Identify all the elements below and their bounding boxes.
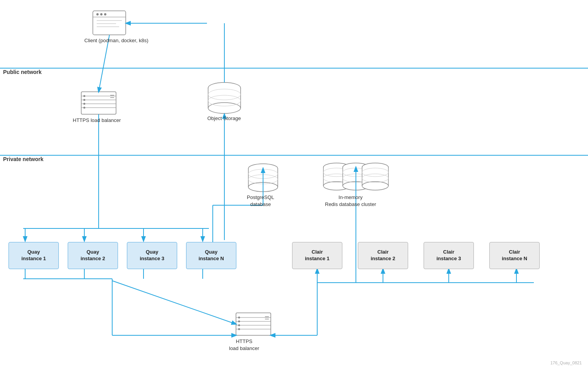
svg-point-30 [248, 182, 278, 192]
svg-point-16 [84, 107, 85, 109]
svg-rect-8 [81, 92, 116, 114]
svg-point-46 [343, 174, 369, 182]
public-network-label: Public network [3, 69, 42, 75]
quay-instance-n: Quayinstance N [186, 242, 236, 269]
svg-point-3 [100, 13, 103, 15]
svg-point-13 [84, 95, 85, 97]
https-lb1-component: HTTPS load balancer [73, 115, 121, 124]
svg-point-25 [208, 95, 241, 106]
svg-line-91 [112, 281, 236, 324]
https-lb1-label: HTTPS load balancer [73, 117, 121, 124]
svg-point-60 [238, 321, 240, 323]
clair-instance-1: Clairinstance 1 [292, 242, 342, 269]
quay-instance-2-label: Quayinstance 2 [80, 249, 105, 262]
svg-point-26 [248, 164, 278, 173]
redis-component: In-memoryRedis database cluster [325, 192, 376, 208]
object-storage-label: Object Storage [207, 115, 241, 122]
svg-point-4 [104, 13, 106, 15]
private-network-line [0, 155, 588, 156]
svg-point-31 [248, 169, 278, 178]
svg-point-2 [96, 13, 99, 15]
svg-point-51 [362, 182, 388, 190]
public-network-line [0, 68, 588, 69]
svg-point-52 [362, 168, 388, 177]
svg-rect-27 [248, 168, 278, 187]
svg-point-61 [238, 324, 240, 326]
svg-point-37 [323, 182, 350, 190]
clair-instance-2: Clairinstance 2 [358, 242, 408, 269]
svg-point-38 [323, 168, 350, 177]
quay-instance-1: Quayinstance 1 [9, 242, 59, 269]
svg-rect-34 [323, 167, 350, 186]
clair-instance-n-label: Clairinstance N [502, 249, 527, 262]
clair-instance-2-label: Clairinstance 2 [371, 249, 395, 262]
svg-point-32 [248, 175, 278, 184]
svg-point-24 [208, 89, 241, 100]
svg-rect-0 [93, 11, 126, 35]
clair-instance-3: Clairinstance 3 [424, 242, 474, 269]
svg-rect-54 [236, 313, 271, 335]
quay-instance-2: Quayinstance 2 [68, 242, 118, 269]
clair-instance-3-label: Clairinstance 3 [436, 249, 461, 262]
redis-label: In-memoryRedis database cluster [325, 194, 376, 208]
svg-point-44 [343, 182, 369, 190]
postgresql-label: PostgreSQLdatabase [247, 194, 274, 208]
svg-rect-48 [362, 167, 388, 186]
clair-instance-1-label: Clairinstance 1 [305, 249, 330, 262]
client-component: Client (podman, docker, k8s) [84, 36, 148, 44]
postgresql-component: PostgreSQLdatabase [247, 192, 274, 208]
svg-rect-20 [208, 88, 241, 108]
svg-point-14 [84, 99, 85, 101]
svg-point-39 [323, 174, 350, 182]
svg-point-53 [362, 174, 388, 182]
client-label: Client (podman, docker, k8s) [84, 37, 148, 44]
svg-point-40 [343, 163, 369, 172]
svg-point-47 [362, 163, 388, 172]
quay-instance-3: Quayinstance 3 [127, 242, 177, 269]
svg-point-59 [238, 317, 240, 319]
watermark: 176_Quay_0821 [550, 360, 582, 365]
quay-instance-3-label: Quayinstance 3 [140, 249, 164, 262]
svg-point-62 [238, 328, 240, 330]
svg-point-19 [208, 82, 241, 93]
clair-instance-n: Clairinstance N [489, 242, 540, 269]
quay-instance-1-label: Quayinstance 1 [21, 249, 46, 262]
private-network-label: Private network [3, 156, 43, 162]
svg-point-33 [323, 163, 350, 172]
svg-point-23 [208, 103, 241, 113]
arrows-svg [0, 0, 588, 369]
svg-rect-41 [343, 167, 369, 186]
https-lb2-component: HTTPSload balancer [229, 336, 259, 352]
svg-point-15 [84, 103, 85, 105]
quay-instance-n-label: Quayinstance N [198, 249, 224, 262]
object-storage-component: Object Storage [207, 113, 241, 122]
svg-point-45 [343, 168, 369, 177]
architecture-diagram: Public network Private network [0, 0, 588, 369]
https-lb2-label: HTTPSload balancer [229, 338, 259, 352]
